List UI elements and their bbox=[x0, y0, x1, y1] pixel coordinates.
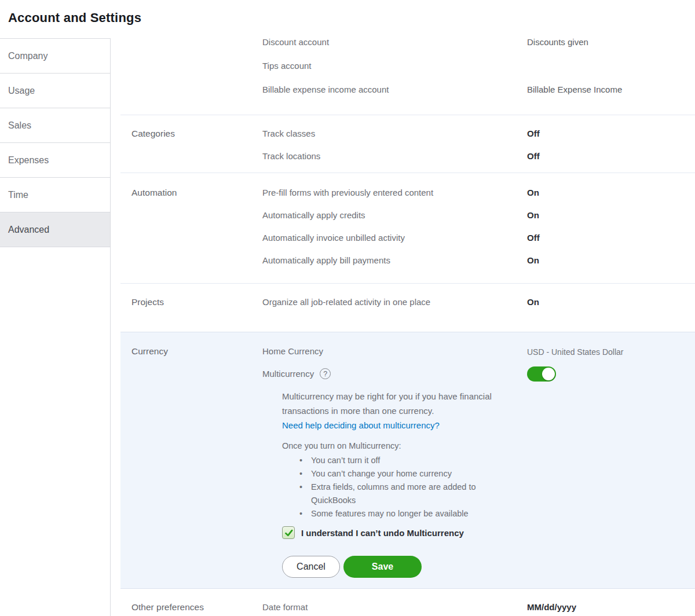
button-row: Cancel Save bbox=[282, 556, 695, 578]
section-other-preferences: Other preferences Date format MM/dd/yyyy bbox=[120, 589, 695, 614]
setting-row-apply-bill-payments[interactable]: Automatically apply bill payments On bbox=[120, 255, 695, 267]
setting-value: Off bbox=[527, 151, 695, 161]
sidebar-item-advanced[interactable]: Advanced bbox=[0, 212, 110, 247]
setting-value: Billable Expense Income bbox=[527, 85, 695, 94]
help-icon[interactable]: ? bbox=[320, 368, 331, 379]
sidebar-item-sales[interactable]: Sales bbox=[0, 108, 110, 143]
sidebar-item-expenses[interactable]: Expenses bbox=[0, 143, 110, 178]
sidebar-item-company[interactable]: Company bbox=[0, 39, 110, 74]
setting-label: Tips account bbox=[262, 61, 527, 71]
account-settings-page: Account and Settings Company Usage Sales… bbox=[0, 0, 695, 616]
checkmark-icon bbox=[284, 529, 293, 537]
sidebar: Company Usage Sales Expenses Time Advanc… bbox=[0, 38, 111, 616]
sidebar-item-usage[interactable]: Usage bbox=[0, 74, 110, 108]
setting-value: Off bbox=[527, 233, 695, 243]
bullet-item: You can’t change your home currency bbox=[299, 467, 491, 481]
setting-row-date-format[interactable]: Other preferences Date format MM/dd/yyyy bbox=[120, 602, 695, 614]
setting-row-invoice-unbilled[interactable]: Automatically invoice unbilled activity … bbox=[120, 233, 695, 244]
multicurrency-toggle[interactable] bbox=[527, 366, 556, 382]
multicurrency-panel: Multicurrency may be right for you if yo… bbox=[282, 389, 695, 578]
toggle-knob bbox=[542, 368, 555, 380]
section-categories: Categories Track classes Off Track locat… bbox=[120, 115, 695, 173]
setting-value: On bbox=[527, 210, 695, 220]
multicurrency-bullet-list: You can’t turn it off You can’t change y… bbox=[299, 454, 491, 520]
setting-label: Billable expense income account bbox=[262, 85, 527, 94]
bullet-item: Extra fields, columns and more are added… bbox=[299, 481, 491, 507]
home-currency-value: USD - United States Dollar bbox=[527, 346, 695, 357]
setting-row-track-locations[interactable]: Track locations Off bbox=[120, 151, 695, 163]
section-title: Categories bbox=[120, 129, 262, 139]
setting-label: Track classes bbox=[262, 129, 527, 138]
setting-row-tips-account[interactable]: Tips account bbox=[120, 61, 695, 72]
setting-label: Date format bbox=[262, 602, 527, 612]
setting-value: On bbox=[527, 255, 695, 265]
setting-row-apply-credits[interactable]: Automatically apply credits On bbox=[120, 210, 695, 222]
setting-row-projects[interactable]: Projects Organize all job-related activi… bbox=[120, 297, 695, 309]
setting-row-home-currency: Currency Home Currency USD - United Stat… bbox=[120, 346, 695, 358]
confirm-row: I understand I can’t undo Multicurrency bbox=[282, 526, 695, 540]
sidebar-item-time[interactable]: Time bbox=[0, 178, 110, 212]
setting-row-billable-expense-income-account[interactable]: Billable expense income account Billable… bbox=[120, 85, 695, 96]
settings-content: Discount account Discounts given Tips ac… bbox=[120, 0, 695, 614]
cancel-button[interactable]: Cancel bbox=[282, 556, 340, 578]
setting-label: Discount account bbox=[262, 37, 527, 47]
setting-value: On bbox=[527, 297, 695, 307]
multicurrency-description: Multicurrency may be right for you if yo… bbox=[282, 391, 492, 416]
section-automation: Automation Pre-fill forms with previousl… bbox=[120, 173, 695, 283]
setting-value: On bbox=[527, 188, 695, 197]
setting-label: Automatically apply credits bbox=[262, 210, 527, 220]
setting-row-track-classes[interactable]: Categories Track classes Off bbox=[120, 129, 695, 140]
multicurrency-label: Multicurrency bbox=[262, 369, 314, 379]
section-projects: Projects Organize all job-related activi… bbox=[120, 283, 695, 332]
setting-value: Off bbox=[527, 129, 695, 138]
bullet-item: Some features may no longer be available bbox=[299, 507, 491, 520]
save-button[interactable]: Save bbox=[343, 556, 422, 578]
section-title: Currency bbox=[120, 346, 262, 357]
setting-label: Organize all job-related activity in one… bbox=[262, 297, 527, 307]
confirm-label: I understand I can’t undo Multicurrency bbox=[301, 528, 464, 538]
section-title: Other preferences bbox=[120, 602, 262, 613]
setting-label: Automatically invoice unbilled activity bbox=[262, 233, 527, 243]
section-title: Automation bbox=[120, 188, 262, 198]
confirm-checkbox[interactable] bbox=[282, 526, 295, 539]
setting-label: Pre-fill forms with previously entered c… bbox=[262, 188, 527, 197]
bullet-item: You can’t turn it off bbox=[299, 454, 491, 467]
setting-label: Automatically apply bill payments bbox=[262, 255, 527, 265]
setting-row-multicurrency: Multicurrency ? bbox=[120, 368, 695, 382]
setting-row-prefill-forms[interactable]: Automation Pre-fill forms with previousl… bbox=[120, 188, 695, 199]
multicurrency-help-link[interactable]: Need help deciding about multicurrency? bbox=[282, 418, 440, 432]
section-currency: Currency Home Currency USD - United Stat… bbox=[120, 332, 695, 589]
multicurrency-once-heading: Once you turn on Multicurrency: bbox=[282, 440, 695, 452]
section-accounts: Discount account Discounts given Tips ac… bbox=[120, 0, 695, 115]
setting-row-discount-account[interactable]: Discount account Discounts given bbox=[120, 37, 695, 49]
setting-value: Discounts given bbox=[527, 37, 695, 47]
home-currency-label: Home Currency bbox=[262, 346, 527, 356]
setting-value: MM/dd/yyyy bbox=[527, 602, 695, 612]
section-title: Projects bbox=[120, 297, 262, 307]
setting-label: Track locations bbox=[262, 151, 527, 161]
